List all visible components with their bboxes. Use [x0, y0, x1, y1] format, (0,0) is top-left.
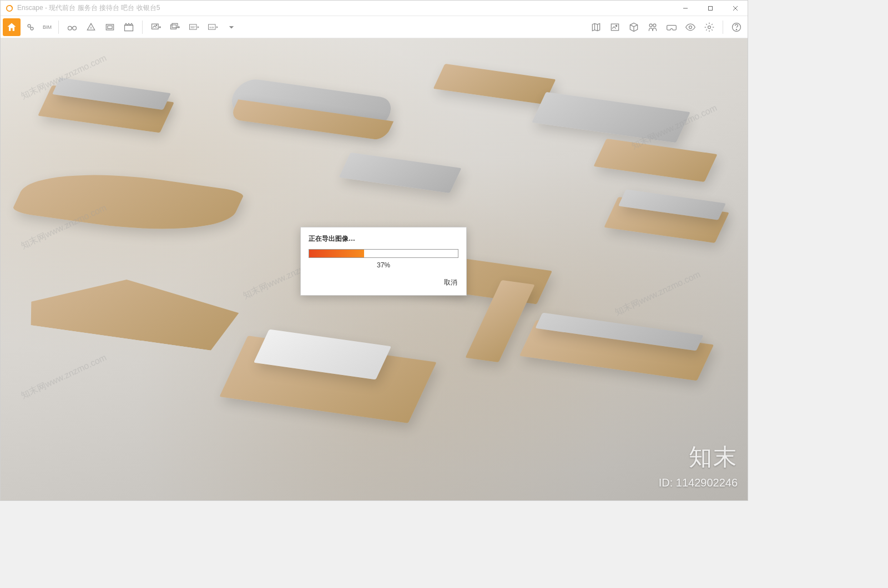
- video-button[interactable]: [120, 18, 138, 36]
- svg-point-31: [708, 26, 711, 28]
- separator: [723, 21, 723, 34]
- close-button[interactable]: [723, 1, 748, 16]
- export-exe-button[interactable]: EXE: [204, 18, 221, 36]
- window-controls: [673, 1, 748, 16]
- progress-fill: [309, 250, 364, 257]
- perspective-button[interactable]: A: [82, 18, 100, 36]
- settings-button[interactable]: [700, 18, 718, 36]
- svg-point-28: [649, 24, 652, 27]
- svg-rect-13: [108, 26, 112, 28]
- separator: [58, 21, 59, 34]
- svg-point-16: [156, 24, 157, 26]
- svg-point-30: [689, 26, 692, 28]
- svg-point-33: [736, 29, 736, 29]
- toolbar: BIM A 360° E: [1, 16, 748, 38]
- visibility-button[interactable]: [682, 18, 699, 36]
- home-button[interactable]: [3, 18, 21, 36]
- svg-text:360°: 360°: [190, 26, 196, 28]
- maximize-button[interactable]: [698, 1, 723, 16]
- cancel-button[interactable]: 取消: [309, 276, 458, 290]
- export-image-button[interactable]: [147, 18, 165, 36]
- progress-percent-label: 37%: [309, 261, 458, 269]
- collaborate-button[interactable]: [644, 18, 662, 36]
- app-window: Enscape - 现代前台 服务台 接待台 吧台 收银台5 BIM: [0, 0, 748, 501]
- bim-label: BIM: [43, 24, 52, 30]
- assets-button[interactable]: [625, 18, 643, 36]
- image-manager-button[interactable]: [606, 18, 624, 36]
- toolbar-left: BIM A 360° E: [3, 18, 240, 36]
- export-batch-button[interactable]: [166, 18, 184, 36]
- export-progress-dialog: 正在导出图像… 37% 取消: [300, 227, 467, 296]
- binoculars-button[interactable]: [63, 18, 81, 36]
- svg-rect-17: [171, 24, 176, 29]
- svg-point-9: [73, 26, 77, 30]
- pin-button[interactable]: [22, 18, 39, 36]
- svg-rect-14: [125, 25, 133, 31]
- svg-rect-18: [172, 23, 178, 28]
- svg-point-26: [615, 25, 617, 27]
- svg-point-8: [68, 26, 72, 30]
- watermark-brand: 知末: [689, 442, 738, 473]
- watermark-id: ID: 1142902246: [659, 477, 738, 489]
- svg-point-29: [653, 24, 656, 27]
- dropdown-button[interactable]: [223, 18, 240, 36]
- toolbar-right: [587, 18, 745, 36]
- app-logo-icon: [5, 4, 14, 13]
- export-360-button[interactable]: 360°: [185, 18, 203, 36]
- progress-bar: [309, 249, 458, 258]
- map-button[interactable]: [587, 18, 605, 36]
- help-button[interactable]: [728, 18, 745, 36]
- svg-text:A: A: [90, 26, 92, 29]
- svg-text:EXE: EXE: [210, 26, 215, 28]
- vr-button[interactable]: [663, 18, 680, 36]
- orthographic-button[interactable]: [101, 18, 119, 36]
- minimize-button[interactable]: [673, 1, 698, 16]
- viewport[interactable]: 知末网www.znzmo.com 知末网www.znzmo.com 知末网www…: [1, 38, 748, 500]
- svg-rect-2: [708, 7, 712, 11]
- svg-line-7: [30, 27, 31, 28]
- dialog-title: 正在导出图像…: [309, 234, 458, 244]
- separator: [142, 21, 143, 34]
- titlebar: Enscape - 现代前台 服务台 接待台 吧台 收银台5: [1, 1, 748, 16]
- window-title: Enscape - 现代前台 服务台 接待台 吧台 收银台5: [17, 3, 673, 13]
